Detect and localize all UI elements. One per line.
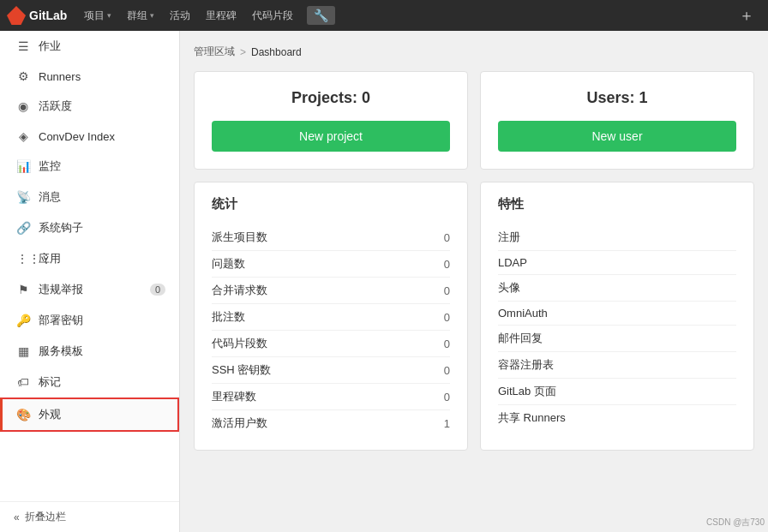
list-item: OmniAuth [498,302,736,326]
collapse-icon: « [14,511,20,523]
convdev-icon: ◈ [16,129,30,143]
top-navigation: GitLab 项目 ▾ 群组 ▾ 活动 里程碑 代码片段 🔧 ＋ [0,0,768,31]
abuse-badge: 0 [150,284,165,296]
key-icon: 🔑 [16,314,30,327]
sidebar-item-runners[interactable]: ⚙ Runners [0,62,179,91]
nav-item-activity[interactable]: 活动 [163,5,197,27]
breadcrumb-admin[interactable]: 管理区域 [194,45,235,59]
activity-icon: ◉ [16,99,30,113]
brand-name: GitLab [29,9,67,22]
new-project-button[interactable]: New project [212,121,450,152]
table-row: 批注数0 [212,304,450,331]
features-list: 注册LDAP头像OmniAuth邮件回复容器注册表GitLab 页面共享 Run… [498,224,736,431]
monitoring-icon: 📊 [16,159,30,173]
nav-item-milestones[interactable]: 里程碑 [199,5,243,27]
sidebar-item-labels[interactable]: 🏷 标记 [0,367,179,398]
sidebar-item-convdev[interactable]: ◈ ConvDev Index [0,122,179,151]
sidebar-item-system-hooks[interactable]: 🔗 系统钩子 [0,212,179,243]
breadcrumb-separator: > [240,46,246,58]
sidebar-item-activity[interactable]: ◉ 活跃度 [0,91,179,122]
table-row: 激活用户数1 [212,410,450,437]
sidebar-item-applications[interactable]: ⋮⋮⋮ 应用 [0,243,179,274]
nav-item-projects[interactable]: 项目 ▾ [77,5,118,27]
new-user-button[interactable]: New user [498,121,736,152]
sidebar-item-deploy-keys[interactable]: 🔑 部署密钥 [0,305,179,336]
chevron-down-icon: ▾ [107,11,111,20]
features-card: 特性 注册LDAP头像OmniAuth邮件回复容器注册表GitLab 页面共享 … [480,182,754,451]
table-row: SSH 密钥数0 [212,357,450,384]
users-title: Users: 1 [586,89,647,107]
labels-icon: 🏷 [16,375,30,389]
features-title: 特性 [498,196,736,212]
watermark: CSDN @吉730 [706,517,765,529]
list-item: 共享 Runners [498,405,736,431]
gitlab-logo[interactable]: GitLab [7,6,67,25]
wrench-button[interactable]: 🔧 [307,6,335,25]
breadcrumb: 管理区域 > Dashboard [194,45,754,59]
main-layout: ☰ 作业 ⚙ Runners ◉ 活跃度 ◈ ConvDev Index 📊 监… [0,31,768,532]
list-item: 注册 [498,224,736,251]
list-item: LDAP [498,251,736,275]
sidebar-item-abuse-reports[interactable]: ⚑ 违规举报 0 [0,274,179,305]
table-row: 合并请求数0 [212,278,450,304]
stats-title: 统计 [212,196,450,212]
wrench-icon: 🔧 [314,9,328,22]
hooks-icon: 🔗 [16,221,30,235]
main-content: 管理区域 > Dashboard Projects: 0 New project… [180,31,768,532]
applications-icon: ⋮⋮⋮ [16,252,30,266]
jobs-icon: ☰ [16,39,30,53]
table-row: 派生项目数0 [212,224,450,251]
service-icon: ▦ [16,344,30,358]
nav-item-groups[interactable]: 群组 ▾ [120,5,161,27]
users-card: Users: 1 New user [480,71,754,170]
list-item: 头像 [498,275,736,302]
list-item: 容器注册表 [498,352,736,379]
nav-items: 项目 ▾ 群组 ▾ 活动 里程碑 代码片段 [77,5,300,27]
sidebar-item-messages[interactable]: 📡 消息 [0,182,179,212]
sidebar: ☰ 作业 ⚙ Runners ◉ 活跃度 ◈ ConvDev Index 📊 监… [0,31,180,532]
chevron-down-icon: ▾ [150,11,154,20]
projects-title: Projects: 0 [291,89,370,107]
messages-icon: 📡 [16,190,30,204]
new-item-button[interactable]: ＋ [732,5,761,26]
sidebar-item-appearance[interactable]: 🎨 外观 [0,398,179,432]
table-row: 问题数0 [212,251,450,278]
stats-table: 派生项目数0问题数0合并请求数0批注数0代码片段数0SSH 密钥数0里程碑数0激… [212,224,450,436]
dashboard-grid: Projects: 0 New project Users: 1 New use… [194,71,754,451]
gitlab-logo-icon [7,6,26,25]
projects-card: Projects: 0 New project [194,71,468,170]
sidebar-collapse-button[interactable]: « 折叠边栏 [0,501,179,532]
table-row: 代码片段数0 [212,331,450,357]
nav-item-snippets[interactable]: 代码片段 [245,5,300,27]
sidebar-item-jobs[interactable]: ☰ 作业 [0,31,179,62]
stats-card: 统计 派生项目数0问题数0合并请求数0批注数0代码片段数0SSH 密钥数0里程碑… [194,182,468,451]
sidebar-item-service-templates[interactable]: ▦ 服务模板 [0,336,179,367]
runners-icon: ⚙ [16,69,30,83]
appearance-icon: 🎨 [16,408,30,421]
table-row: 里程碑数0 [212,384,450,410]
breadcrumb-current: Dashboard [251,46,302,58]
list-item: GitLab 页面 [498,379,736,405]
sidebar-item-monitoring[interactable]: 📊 监控 [0,151,179,182]
abuse-icon: ⚑ [16,283,30,296]
list-item: 邮件回复 [498,326,736,352]
